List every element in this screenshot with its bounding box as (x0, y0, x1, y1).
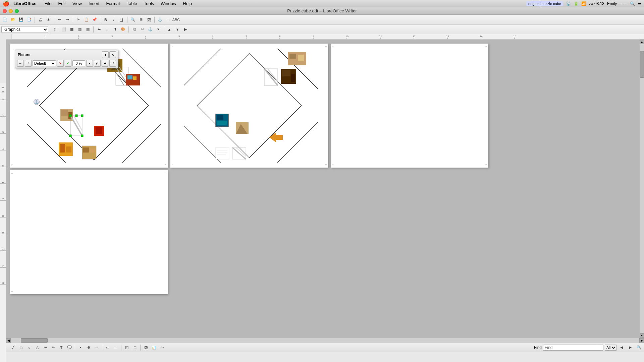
find-replace-button[interactable]: 🔍 (129, 16, 137, 23)
picture-reset[interactable]: ↺ (109, 60, 116, 67)
menu-view[interactable]: View (70, 1, 85, 6)
picture-color-swap[interactable]: ⇄ (94, 60, 101, 67)
paste-button[interactable]: 📌 (91, 16, 98, 23)
anchor-button[interactable]: ⚓ (156, 16, 164, 23)
insert-chart-btn[interactable]: 📊 (150, 344, 158, 351)
glue-tool[interactable]: ⊕ (85, 344, 92, 351)
document-canvas[interactable]: ⌐ ¬ (6, 40, 639, 338)
save-button[interactable]: 💾 (17, 16, 25, 23)
find-search-button[interactable]: 🔍 (635, 344, 643, 351)
freeform-tool[interactable]: ✏ (50, 344, 57, 351)
redo-button[interactable]: ↪ (64, 16, 71, 23)
curve-tool[interactable]: ∿ (42, 344, 49, 351)
scroll-right-button[interactable]: ▶ (639, 338, 644, 343)
scroll-left-button[interactable]: ◀ (6, 338, 11, 343)
close-window-button[interactable] (3, 9, 7, 13)
color-button[interactable]: 🎨 (119, 26, 127, 33)
picture-green-btn[interactable]: ✔ (65, 60, 71, 67)
style-select[interactable]: Graphics Default Heading 1 (1, 26, 48, 33)
find-input[interactable] (543, 345, 603, 351)
connector-tool[interactable]: ↔ (93, 344, 100, 351)
fill-color-tool[interactable]: ▭ (104, 344, 111, 351)
find-prev-button[interactable]: ◀ (618, 344, 625, 351)
frame-button[interactable]: □ (164, 16, 172, 23)
move-handle-page1[interactable]: ⚓ (34, 99, 40, 105)
user-label[interactable]: Emily — — (607, 1, 627, 6)
wrap-contour-button[interactable]: ▤ (84, 26, 92, 33)
copy-button[interactable]: 📋 (83, 16, 90, 23)
callout-tool[interactable]: 💬 (66, 344, 73, 351)
scroll-up-button[interactable]: ▲ (640, 40, 644, 44)
nav-up-button[interactable]: ▲ (166, 26, 173, 33)
notification-icon[interactable]: ☰ (638, 1, 641, 6)
image-button[interactable]: 🖼 (145, 16, 153, 23)
scroll-thumb-h[interactable] (21, 338, 48, 343)
app-name-label[interactable]: LibreOffice (13, 1, 37, 6)
line-tool[interactable]: ╱ (9, 344, 17, 351)
maximize-window-button[interactable] (15, 9, 19, 13)
open-button[interactable]: 📂 (9, 16, 17, 23)
anchor-to-button[interactable]: ⚓ (147, 26, 154, 33)
picture-apply[interactable]: ✱ (102, 60, 108, 67)
point-tool[interactable]: • (77, 344, 84, 351)
picture-arrow-btn[interactable]: ↗ (25, 60, 32, 67)
scrollbar-horizontal[interactable]: ◀ ▶ (6, 338, 644, 343)
threed-tool[interactable]: ◻ (131, 344, 139, 351)
flip-h-btn[interactable]: ⇔ (158, 344, 166, 351)
shadow-button[interactable]: ◱ (130, 26, 138, 33)
menu-table[interactable]: Table (124, 1, 140, 6)
cut-button[interactable]: ✂ (75, 16, 82, 23)
scroll-thumb-v[interactable] (640, 51, 644, 78)
polygon-tool[interactable]: △ (34, 344, 41, 351)
picture-toolbar-close[interactable]: ✕ (109, 51, 116, 58)
picture-toolbar-collapse[interactable]: ▾ (102, 51, 109, 58)
align-center-button[interactable]: ↕ (103, 26, 111, 33)
spelling-button[interactable]: ABC (172, 16, 180, 23)
align-top-button[interactable]: ⬆ (111, 26, 119, 33)
undo-button[interactable]: ↩ (56, 16, 63, 23)
menu-insert[interactable]: Insert (86, 1, 102, 6)
nav-right-button[interactable]: ▶ (182, 26, 189, 33)
table-button[interactable]: ⊞ (137, 16, 145, 23)
menu-format[interactable]: Format (103, 1, 122, 6)
picture-mode-btn[interactable]: ✏ (17, 60, 24, 67)
picture-mode-select[interactable]: Default Grayscale Watermark (33, 60, 56, 66)
rect-tool[interactable]: □ (17, 344, 25, 351)
scroll-down-button[interactable]: ▼ (640, 333, 644, 338)
nav-down-button[interactable]: ▼ (174, 26, 181, 33)
wrap-on-button[interactable]: ⬜ (60, 26, 67, 33)
line-color-tool[interactable]: — (112, 344, 119, 351)
anchor-type-button[interactable]: ▾ (155, 26, 162, 33)
wrap-ideal-button[interactable]: ▥ (76, 26, 84, 33)
print-preview-button[interactable]: 👁 (45, 16, 52, 23)
minimize-window-button[interactable] (9, 9, 13, 13)
scrollbar-vertical[interactable]: ▲ ▼ (639, 40, 644, 338)
menu-window[interactable]: Window (158, 1, 179, 6)
crop-button[interactable]: ✂ (139, 26, 146, 33)
find-next-button[interactable]: ▶ (627, 344, 634, 351)
menu-edit[interactable]: Edit (56, 1, 68, 6)
text-tool[interactable]: T (58, 344, 65, 351)
menu-tools[interactable]: Tools (141, 1, 157, 6)
picture-percent-input[interactable]: 0 % (72, 60, 85, 66)
menu-help[interactable]: Help (180, 1, 195, 6)
wrap-through-button[interactable]: ▦ (68, 26, 75, 33)
picture-toolbar-title[interactable]: Picture ▾ ✕ (16, 51, 117, 59)
search-icon[interactable]: 🔍 (630, 1, 635, 6)
print-button[interactable]: 🖨 (37, 16, 44, 23)
shadow-draw-tool[interactable]: ◱ (123, 344, 130, 351)
menu-file[interactable]: File (42, 1, 54, 6)
underline-button[interactable]: U (118, 16, 125, 23)
wrap-off-button[interactable]: ⬚ (52, 26, 59, 33)
picture-percent-up[interactable]: ▲ (86, 60, 93, 67)
pdf-button[interactable]: 📑 (25, 16, 33, 23)
bold-button[interactable]: B (102, 16, 109, 23)
new-button[interactable]: 📄 (1, 16, 9, 23)
apple-menu-icon[interactable]: 🍎 (3, 0, 9, 7)
insert-image-btn[interactable]: 🖼 (142, 344, 150, 351)
find-options-select[interactable]: All (605, 345, 616, 351)
align-left-button[interactable]: ⬅ (95, 26, 103, 33)
italic-button[interactable]: I (110, 16, 117, 23)
picture-red-btn[interactable]: ✕ (57, 60, 64, 67)
ellipse-tool[interactable]: ○ (25, 344, 33, 351)
